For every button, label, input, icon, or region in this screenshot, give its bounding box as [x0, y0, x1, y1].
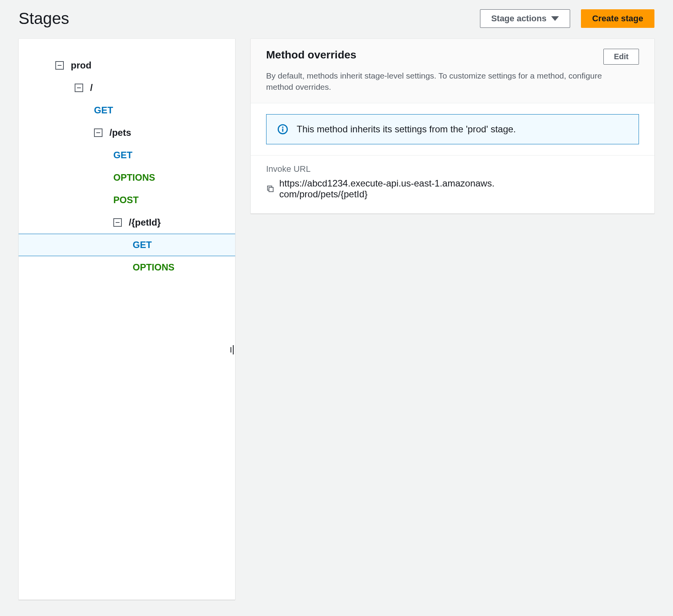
create-stage-button[interactable]: Create stage	[581, 9, 654, 28]
page-header: Stages Stage actions Create stage	[19, 0, 654, 39]
method-overrides-panel: Method overrides Edit By default, method…	[251, 39, 654, 214]
collapse-icon[interactable]	[113, 218, 122, 227]
tree-node-petid[interactable]: /{petId}	[19, 211, 235, 234]
tree-node-root[interactable]: /	[19, 77, 235, 99]
info-message: This method inherits its settings from t…	[297, 124, 516, 135]
resource-label: /{petId}	[129, 217, 161, 228]
method-label: OPTIONS	[133, 262, 174, 273]
caret-down-icon	[551, 16, 559, 21]
info-box: This method inherits its settings from t…	[266, 114, 639, 144]
method-label: GET	[94, 105, 113, 116]
tree-node-get[interactable]: GET	[19, 99, 235, 121]
invoke-section: Invoke URL https://abcd1234.execute-api.…	[251, 156, 654, 214]
info-box-container: This method inherits its settings from t…	[251, 103, 654, 156]
tree-node-prod[interactable]: prod	[19, 54, 235, 77]
svg-point-1	[282, 127, 284, 128]
method-label: OPTIONS	[113, 172, 155, 183]
svg-rect-2	[282, 128, 283, 132]
tree-node-pets[interactable]: /pets	[19, 121, 235, 144]
overrides-description: By default, methods inherit stage-level …	[266, 70, 603, 93]
tree-node-get[interactable]: GET	[19, 144, 235, 166]
overrides-title: Method overrides	[266, 49, 356, 61]
collapse-icon[interactable]	[55, 61, 64, 70]
panel-resize-handle[interactable]	[231, 344, 235, 355]
method-label: GET	[113, 150, 132, 161]
invoke-url-row: https://abcd1234.execute-api.us-east-1.a…	[266, 178, 639, 200]
method-label: POST	[113, 195, 138, 205]
svg-rect-4	[269, 187, 273, 192]
overrides-header: Method overrides Edit By default, method…	[251, 39, 654, 103]
content: prod/GET/petsGETOPTIONSPOST/{petId}GETOP…	[19, 39, 654, 600]
resource-label: /	[90, 82, 93, 93]
header-actions: Stage actions Create stage	[480, 9, 654, 28]
edit-button[interactable]: Edit	[603, 49, 639, 65]
copy-icon[interactable]	[266, 185, 275, 193]
stage-actions-button[interactable]: Stage actions	[480, 9, 570, 28]
invoke-url-label: Invoke URL	[266, 164, 639, 174]
resource-label: /pets	[109, 127, 131, 138]
stage-label: prod	[71, 60, 91, 71]
collapse-icon[interactable]	[94, 128, 102, 137]
tree-node-options[interactable]: OPTIONS	[19, 166, 235, 189]
stages-tree: prod/GET/petsGETOPTIONSPOST/{petId}GETOP…	[19, 54, 235, 279]
tree-node-get[interactable]: GET	[19, 234, 235, 256]
info-icon	[277, 124, 288, 135]
invoke-url-value: https://abcd1234.execute-api.us-east-1.a…	[279, 178, 496, 200]
stage-actions-label: Stage actions	[491, 14, 547, 24]
tree-node-post[interactable]: POST	[19, 189, 235, 211]
method-label: GET	[133, 240, 152, 250]
tree-node-options[interactable]: OPTIONS	[19, 256, 235, 279]
overrides-header-top: Method overrides Edit	[266, 49, 639, 65]
page-title: Stages	[19, 9, 69, 28]
collapse-icon[interactable]	[75, 84, 83, 92]
stages-tree-panel: prod/GET/petsGETOPTIONSPOST/{petId}GETOP…	[19, 39, 235, 600]
